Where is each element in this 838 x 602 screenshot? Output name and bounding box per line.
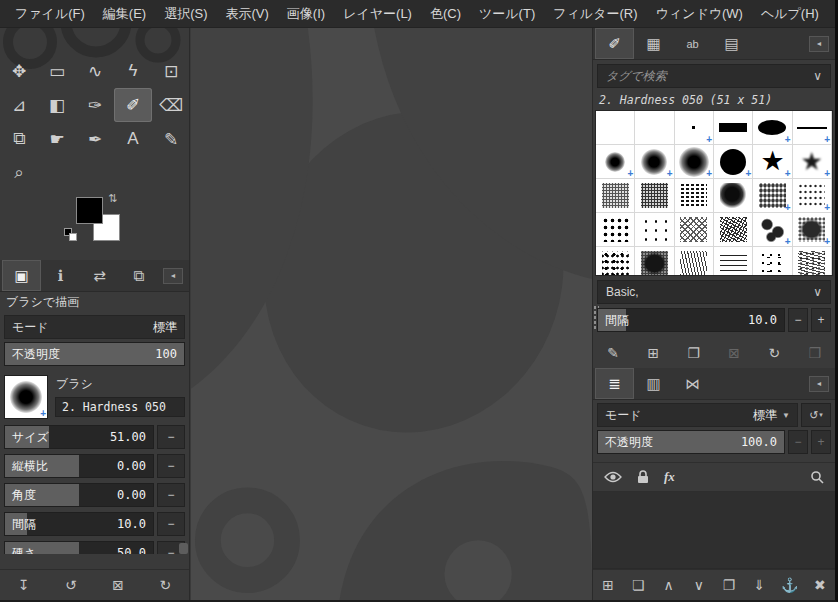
brushes-tab[interactable]: ✐ bbox=[595, 28, 634, 59]
brush-cell-splatter[interactable] bbox=[675, 179, 714, 213]
brush-cell-pixel[interactable]: + bbox=[675, 111, 714, 145]
menu-item[interactable]: ツール(T) bbox=[470, 0, 544, 28]
menu-item[interactable]: レイヤー(L) bbox=[334, 0, 421, 28]
brush-cell-grunge[interactable]: + bbox=[793, 213, 832, 247]
lock-icon[interactable] bbox=[637, 470, 649, 484]
chevron-down-icon[interactable]: ∨ bbox=[813, 285, 822, 299]
menu-item[interactable]: 編集(E) bbox=[94, 0, 155, 28]
raise-layer-button[interactable]: ∧ bbox=[657, 574, 681, 596]
brush-thumbnail[interactable]: + bbox=[4, 375, 48, 419]
brush-cell-smoke[interactable]: + bbox=[753, 179, 792, 213]
brush-cell-star[interactable]: ★+ bbox=[753, 145, 792, 179]
brush-cell-soft-medium[interactable]: + bbox=[635, 145, 674, 179]
rectangle-select-tool[interactable]: ▭ bbox=[38, 54, 76, 88]
lower-layer-button[interactable]: ∨ bbox=[687, 574, 711, 596]
paintbrush-tool[interactable]: ✐ bbox=[114, 88, 152, 122]
swap-colors-icon[interactable]: ⇅ bbox=[108, 192, 117, 205]
images-tab[interactable]: ⧉ bbox=[119, 260, 158, 291]
duplicate-brush-button[interactable]: ❐ bbox=[682, 342, 706, 364]
brush-cell-grunge-dark[interactable] bbox=[635, 247, 674, 276]
brush-cell-disc[interactable]: + bbox=[714, 145, 753, 179]
layer-mode-reset-button[interactable]: ↺▾ bbox=[801, 403, 831, 427]
new-brush-button[interactable]: ⊞ bbox=[641, 342, 665, 364]
merge-down-button[interactable]: ⇓ bbox=[747, 574, 771, 596]
reset-tool-options-button[interactable]: ↻ bbox=[153, 574, 177, 596]
restore-tool-preset-button[interactable]: ↺ bbox=[59, 574, 83, 596]
save-tool-preset-button[interactable]: ↧ bbox=[12, 574, 36, 596]
brush-cell-line[interactable]: + bbox=[793, 111, 832, 145]
brush-cell-chalk[interactable] bbox=[596, 179, 635, 213]
transform-tool[interactable]: ⊿ bbox=[0, 88, 38, 122]
dock-menu-button[interactable]: ◄ bbox=[809, 36, 829, 52]
brush-cell-dots[interactable] bbox=[596, 213, 635, 247]
brush-cell-soft-small[interactable]: + bbox=[596, 145, 635, 179]
tool-options-scrollbar[interactable] bbox=[179, 320, 188, 556]
aspect-ratio-slider[interactable]: 縦横比0.00 bbox=[4, 454, 154, 478]
menu-item[interactable]: 画像(I) bbox=[278, 0, 334, 28]
brush-cell-blob[interactable] bbox=[714, 179, 753, 213]
paths-tab[interactable]: ⋈ bbox=[673, 368, 712, 399]
menu-item[interactable]: 表示(V) bbox=[217, 0, 278, 28]
smudge-tool[interactable]: ☛ bbox=[38, 122, 76, 156]
brush-cell-confetti[interactable] bbox=[753, 247, 792, 276]
default-colors-icon[interactable] bbox=[64, 228, 78, 242]
undo-history-tab[interactable]: ⇄ bbox=[80, 260, 119, 291]
menu-item[interactable]: ヘルプ(H) bbox=[752, 0, 828, 28]
brush-cell-sparse-dots[interactable] bbox=[635, 213, 674, 247]
layer-effects-fx-icon[interactable]: fx bbox=[664, 469, 675, 485]
size-slider[interactable]: サイズ51.00 bbox=[4, 425, 154, 449]
color-picker-tool[interactable]: ✎ bbox=[152, 122, 190, 156]
brush-cell-blank[interactable] bbox=[596, 111, 635, 145]
delete-layer-button[interactable]: ✖ bbox=[808, 574, 832, 596]
canvas[interactable] bbox=[191, 28, 592, 600]
brush-spacing-slider[interactable]: 間隔 10.0 bbox=[597, 308, 785, 332]
layers-tab[interactable]: ≣ bbox=[595, 368, 634, 399]
edit-brush-button[interactable]: ✎ bbox=[601, 342, 625, 364]
layers-list[interactable] bbox=[593, 492, 835, 569]
dock-menu-button[interactable]: ◄ bbox=[809, 376, 829, 392]
hardness-slider[interactable]: 硬さ50.0 bbox=[4, 541, 154, 554]
clone-tool[interactable]: ⧉ bbox=[0, 122, 38, 156]
crop-tool[interactable]: ⊡ bbox=[152, 54, 190, 88]
menu-item[interactable]: 色(C) bbox=[421, 0, 470, 28]
device-status-tab[interactable]: ℹ bbox=[41, 260, 80, 291]
ink-tool[interactable]: ✒ bbox=[76, 122, 114, 156]
eraser-tool[interactable]: ⌫ bbox=[152, 88, 190, 122]
bucket-fill-tool[interactable]: ◧ bbox=[38, 88, 76, 122]
chevron-down-icon[interactable]: ∨ bbox=[813, 69, 822, 83]
delete-tool-preset-button[interactable]: ⊠ bbox=[106, 574, 130, 596]
scrollbar-thumb[interactable] bbox=[179, 543, 188, 554]
brush-cell-pepper[interactable] bbox=[596, 247, 635, 276]
text-tool[interactable]: A bbox=[114, 122, 152, 156]
menu-item[interactable]: ウィンドウ(W) bbox=[646, 0, 751, 28]
duplicate-layer-button[interactable]: ❐ bbox=[717, 574, 741, 596]
patterns-tab[interactable]: ▦ bbox=[634, 28, 673, 59]
layer-mode-select[interactable]: モード 標準 ▼ bbox=[597, 403, 798, 427]
brush-cell-fuzzy-star[interactable]: ★+ bbox=[793, 145, 832, 179]
spacing-increase-button[interactable]: + bbox=[811, 308, 831, 332]
new-layer-button[interactable]: ⊞ bbox=[596, 574, 620, 596]
visibility-eye-icon[interactable] bbox=[604, 471, 622, 483]
foreground-color-swatch[interactable] bbox=[76, 197, 103, 224]
tag-search-entry[interactable]: タグで検索 ∨ bbox=[597, 64, 831, 88]
refresh-brushes-button[interactable]: ↻ bbox=[762, 342, 786, 364]
brush-cell-texture[interactable] bbox=[793, 247, 832, 276]
menu-item[interactable]: フィルター(R) bbox=[544, 0, 646, 28]
brush-cell-web[interactable] bbox=[675, 213, 714, 247]
anchor-layer-button[interactable]: ⚓ bbox=[778, 574, 802, 596]
zoom-tool[interactable]: ⌕ bbox=[0, 156, 38, 190]
brush-cell-web-dense[interactable] bbox=[714, 213, 753, 247]
brush-selector[interactable]: + ブラシ 2. Hardness 050 bbox=[4, 375, 185, 419]
airbrush-tool[interactable]: ✑ bbox=[76, 88, 114, 122]
fuzzy-select-tool[interactable]: ϟ bbox=[114, 54, 152, 88]
brush-cell-vine[interactable]: + bbox=[753, 213, 792, 247]
move-tool[interactable]: ✥ bbox=[0, 54, 38, 88]
fonts-tab[interactable]: ab bbox=[673, 28, 712, 59]
dock-menu-button[interactable]: ◄ bbox=[163, 268, 183, 284]
spacing-slider[interactable]: 間隔10.0 bbox=[4, 512, 154, 536]
brush-cell-spray[interactable]: + bbox=[793, 179, 832, 213]
brush-cell-soft-large[interactable]: + bbox=[675, 145, 714, 179]
tag-filter-entry[interactable]: Basic, ∨ bbox=[597, 280, 831, 304]
paint-mode-select[interactable]: モード 標準 bbox=[4, 315, 185, 339]
brush-cell-fiber[interactable] bbox=[675, 247, 714, 276]
